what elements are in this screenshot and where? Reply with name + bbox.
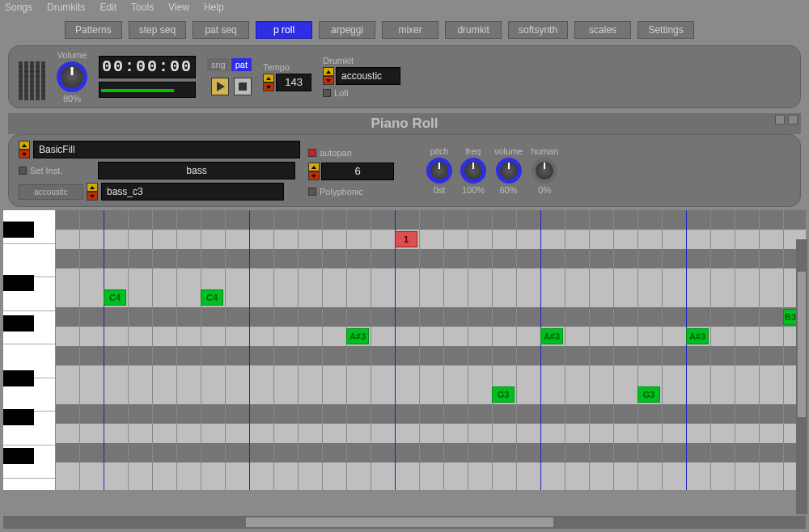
volume-param-label: volume (494, 146, 523, 156)
human-label: human (531, 146, 558, 156)
mode-sng[interactable]: sng (207, 58, 230, 71)
note[interactable]: 1 (395, 231, 417, 247)
detach-icon[interactable] (775, 115, 785, 125)
polyphonic-label: Polyphonic (320, 187, 363, 196)
tab-softsynth[interactable]: softsynth (508, 21, 568, 39)
freq-knob[interactable] (460, 158, 486, 184)
note[interactable]: A#3 (346, 328, 369, 344)
tempo-input[interactable]: 143 (276, 74, 311, 91)
volume-value: 80% (57, 94, 87, 103)
kit-button[interactable]: accoustic (19, 184, 83, 200)
piano-roll-area: 1C4C4B3A#3A#3A#3G3G3 (3, 210, 806, 490)
human-value: 0% (531, 185, 558, 195)
volume-param-knob[interactable] (496, 158, 522, 184)
time-display: 00:00:00 (99, 56, 196, 78)
set-inst-checkbox[interactable] (19, 167, 27, 175)
note[interactable]: C4 (201, 289, 223, 306)
inst-group-input[interactable]: bass (98, 162, 295, 179)
lofi-label: Lofi (334, 88, 349, 98)
note[interactable]: G3 (492, 386, 515, 403)
volume-param-value: 60% (494, 185, 523, 195)
sample-spinner[interactable] (87, 183, 98, 201)
note[interactable]: C4 (104, 289, 126, 306)
menu-help[interactable]: Help (204, 2, 224, 13)
tempo-label: Tempo (263, 62, 311, 72)
menu-drumkits[interactable]: Drumkits (47, 2, 85, 13)
stop-button[interactable] (234, 78, 252, 95)
volume-label: Volume (57, 50, 87, 60)
sample-input[interactable]: bass_c3 (101, 183, 284, 201)
progress-bar[interactable] (99, 82, 196, 98)
tempo-spinner[interactable] (263, 74, 274, 91)
pitch-knob[interactable] (426, 158, 452, 184)
tab-drumkit[interactable]: drumkit (445, 21, 502, 39)
freq-label: freq (460, 146, 486, 156)
tab-step-seq[interactable]: step seq (129, 21, 186, 39)
drumkit-select[interactable]: accoustic (336, 67, 400, 85)
section-title: Piano Roll (371, 116, 438, 132)
number-input[interactable]: 6 (321, 163, 394, 180)
drumkit-spinner[interactable] (323, 67, 334, 85)
menu-songs[interactable]: Songs (5, 2, 32, 13)
note-grid[interactable]: 1C4C4B3A#3A#3A#3G3G3 (55, 210, 806, 490)
section-title-bar: Piano Roll (8, 113, 801, 134)
tab-scales[interactable]: scales (574, 21, 631, 39)
autopan-label: autopan (320, 148, 352, 158)
tab-pat-seq[interactable]: pat seq (193, 21, 249, 39)
note[interactable]: A#3 (540, 328, 563, 344)
pitch-label: pitch (426, 146, 452, 156)
pitch-value: 0st (426, 185, 452, 195)
maximize-icon[interactable] (788, 115, 798, 125)
note[interactable]: G3 (637, 386, 660, 403)
tab-settings[interactable]: Settings (637, 21, 694, 39)
volume-knob[interactable] (57, 61, 87, 92)
tab-patterns[interactable]: Patterns (65, 21, 122, 39)
menu-edit[interactable]: Edit (100, 2, 116, 13)
menubar: Songs Drumkits Edit Tools View Help (0, 0, 809, 15)
horizontal-scrollbar[interactable] (3, 516, 806, 529)
set-inst-label: Set Inst. (30, 166, 95, 175)
autopan-checkbox[interactable] (308, 149, 316, 157)
pattern-spinner[interactable] (19, 141, 30, 158)
pattern-name-input[interactable]: BasicFill (33, 141, 300, 158)
number-spinner[interactable] (308, 163, 320, 180)
lofi-checkbox[interactable] (323, 89, 331, 97)
transport-panel: Volume 80% 00:00:00 sng pat Tempo 143 Dr… (8, 45, 801, 108)
tab-p-roll[interactable]: p roll (256, 21, 312, 39)
vu-meter (19, 53, 45, 100)
freq-value: 100% (460, 185, 486, 195)
polyphonic-checkbox[interactable] (308, 188, 316, 196)
piano-keyboard[interactable] (3, 210, 55, 490)
menu-tools[interactable]: Tools (131, 2, 154, 13)
play-button[interactable] (211, 78, 229, 95)
drumkit-label: Drumkit (323, 56, 400, 65)
mode-pat[interactable]: pat (231, 58, 252, 71)
human-knob[interactable] (532, 158, 557, 184)
params-panel: BasicFill Set Inst. bass accoustic bass_… (8, 134, 801, 207)
tab-arpeggi[interactable]: arpeggi (319, 21, 375, 39)
note[interactable]: A#3 (686, 328, 709, 344)
vertical-scrollbar[interactable] (796, 239, 807, 514)
tab-mixer[interactable]: mixer (382, 21, 438, 39)
view-tabs: Patterns step seq pat seq p roll arpeggi… (0, 15, 809, 45)
menu-view[interactable]: View (168, 2, 189, 13)
